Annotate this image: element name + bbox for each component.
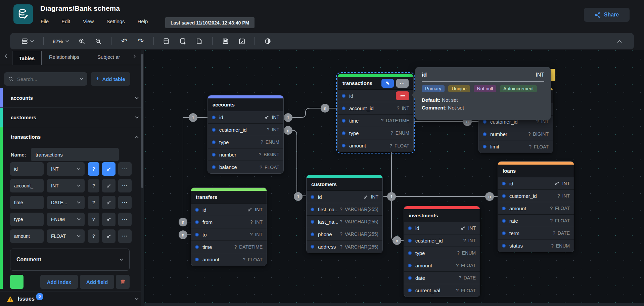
field-row[interactable]: idINT <box>498 177 574 190</box>
menu-edit[interactable]: Edit <box>61 18 70 24</box>
primary-key-toggle[interactable] <box>102 162 116 176</box>
field-options-button[interactable]: ··· <box>118 179 132 192</box>
field-options-button[interactable]: ··· <box>118 196 132 209</box>
field-type-select[interactable]: ENUM <box>47 213 85 226</box>
sidebar-scrollbar[interactable] <box>141 50 144 306</box>
table-transactions[interactable]: transactions ✎ ··· id account_id?INT tim… <box>337 74 414 152</box>
field-row[interactable]: term?DATE <box>498 227 574 239</box>
field-type-select[interactable]: INT <box>47 179 85 192</box>
table-options-button[interactable]: ··· <box>396 79 409 88</box>
nullable-toggle[interactable]: ? <box>88 179 99 192</box>
save-button[interactable] <box>220 36 231 47</box>
nullable-toggle[interactable]: ? <box>88 229 99 243</box>
layout-panels-button[interactable] <box>19 36 36 47</box>
field-row[interactable]: amount?FLOAT <box>191 253 267 266</box>
field-options-button[interactable]: ··· <box>118 162 132 176</box>
field-row[interactable]: last_na...?VARCHAR(255) <box>307 216 382 228</box>
field-row[interactable]: from?INT <box>191 216 267 228</box>
add-index-button[interactable]: Add index <box>40 275 78 289</box>
zoom-level-select[interactable]: 82% <box>51 38 71 44</box>
field-row[interactable]: idINT <box>404 222 480 234</box>
field-row[interactable]: amount?FLOAT <box>404 259 480 272</box>
menu-settings[interactable]: Settings <box>106 18 125 24</box>
field-row[interactable]: type?ENUM <box>338 127 413 139</box>
collapse-toolbar-button[interactable] <box>614 36 625 47</box>
menu-view[interactable]: View <box>83 18 94 24</box>
table-search[interactable] <box>4 72 87 86</box>
field-row[interactable]: number?BIGINT <box>479 128 553 140</box>
field-row[interactable]: customer_id?INT <box>404 234 480 247</box>
table-accounts[interactable]: accounts idINT customer_id?INT type?ENUM… <box>208 95 284 174</box>
issues-panel-toggle[interactable]: Issues 0 <box>0 292 144 306</box>
delete-table-button[interactable] <box>116 275 130 289</box>
tab-tables[interactable]: Tables <box>12 51 42 65</box>
field-row[interactable]: phone?VARCHAR(255) <box>307 228 382 241</box>
zoom-out-button[interactable] <box>93 36 104 47</box>
chevron-down-icon[interactable] <box>135 97 139 99</box>
primary-key-toggle[interactable] <box>102 213 116 226</box>
field-row[interactable]: idINT <box>191 204 267 216</box>
scrollbar-thumb[interactable] <box>141 54 143 188</box>
field-name-input[interactable]: id <box>10 162 44 176</box>
sidebar-item-transactions[interactable]: transactions <box>0 127 144 146</box>
add-table-button[interactable] <box>161 36 172 47</box>
field-name-input[interactable]: type <box>10 213 44 226</box>
field-row[interactable]: status?ENUM <box>498 239 574 252</box>
remove-field-button[interactable] <box>396 91 409 100</box>
field-name-input[interactable]: amount <box>10 229 44 243</box>
add-table-sidebar-button[interactable]: + Add table <box>91 72 130 86</box>
search-input[interactable] <box>17 76 76 82</box>
field-name-input[interactable]: time <box>10 196 44 209</box>
field-row[interactable]: to?INT <box>191 228 267 241</box>
field-row[interactable]: id <box>338 90 413 102</box>
field-row[interactable]: balance?FLOAT <box>208 161 283 173</box>
field-row[interactable]: address?VARCHAR(255) <box>307 241 382 253</box>
table-loans[interactable]: loans idINT customer_id?INT amount?FLOAT… <box>498 161 574 252</box>
field-row[interactable]: customer_id?INT <box>208 124 283 136</box>
field-row[interactable]: type?ENUM <box>404 247 480 259</box>
primary-key-toggle[interactable] <box>102 179 116 192</box>
nullable-toggle[interactable]: ? <box>88 196 99 209</box>
nullable-toggle[interactable]: ? <box>88 213 99 226</box>
tab-subject-areas[interactable]: Subject ar <box>97 54 120 60</box>
field-row[interactable]: time?DATETIME <box>191 241 267 253</box>
field-row[interactable]: idINT <box>208 111 283 124</box>
field-row[interactable]: limit?FLOAT <box>479 140 553 153</box>
primary-key-toggle[interactable] <box>102 229 116 243</box>
zoom-in-button[interactable] <box>76 36 88 47</box>
add-area-button[interactable] <box>177 36 189 47</box>
menu-help[interactable]: Help <box>137 18 148 24</box>
table-name-input[interactable] <box>31 148 119 161</box>
sidebar-item-customers[interactable]: customers <box>0 108 144 127</box>
chevron-up-icon[interactable] <box>135 136 139 138</box>
field-row[interactable]: time?DATETIME <box>338 115 413 127</box>
table-customers[interactable]: customers idINT first_na...?VARCHAR(255)… <box>306 175 383 253</box>
comment-section[interactable]: Comment <box>10 249 130 271</box>
field-options-button[interactable]: ··· <box>118 213 132 226</box>
field-type-select[interactable]: FLOAT <box>47 229 85 243</box>
field-row[interactable]: customer_id?INT <box>498 190 574 202</box>
redo-button[interactable]: ↷ <box>135 36 146 47</box>
field-row[interactable]: first_na...?VARCHAR(255) <box>307 203 382 216</box>
share-button[interactable]: Share <box>584 8 630 22</box>
add-note-button[interactable] <box>194 36 205 47</box>
field-row[interactable]: rate?FLOAT <box>498 215 574 227</box>
field-row[interactable]: type?ENUM <box>208 136 283 148</box>
sidebar-item-accounts[interactable]: accounts <box>0 88 144 107</box>
app-logo[interactable] <box>13 4 33 24</box>
field-row[interactable]: current_val?FLOAT <box>404 284 480 297</box>
diagram-canvas[interactable]: 1 n n 1 n n 1 1 n n n accounts idINT cus… <box>144 50 644 306</box>
table-color-swatch[interactable] <box>10 275 24 289</box>
field-row[interactable]: number?BIGINT <box>208 148 283 161</box>
add-field-button[interactable]: Add field <box>80 275 114 289</box>
field-row[interactable]: amount?FLOAT <box>498 202 574 215</box>
table-transfers[interactable]: transfers idINT from?INT to?INT time?DAT… <box>191 187 267 266</box>
edit-table-button[interactable]: ✎ <box>381 79 394 88</box>
field-name-input[interactable]: account_ <box>10 179 44 192</box>
todo-button[interactable] <box>236 36 247 47</box>
chevron-down-icon[interactable] <box>135 116 139 119</box>
primary-key-toggle[interactable] <box>102 196 116 209</box>
field-row[interactable]: date?DATE <box>404 272 480 284</box>
field-type-select[interactable]: DATE... <box>47 196 85 209</box>
field-row[interactable]: account_id?INT <box>338 102 413 115</box>
